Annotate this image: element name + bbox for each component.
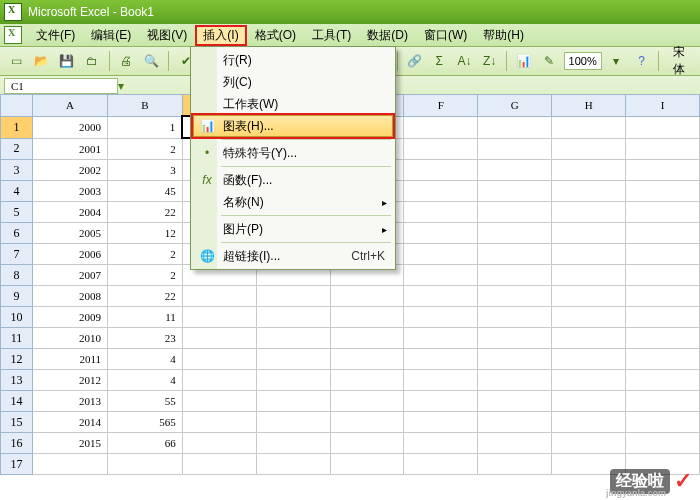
cell[interactable] [330,433,404,454]
cell[interactable] [478,412,552,433]
permission-button[interactable]: 🗀 [81,49,104,73]
cell[interactable] [404,370,478,391]
cell[interactable] [626,349,700,370]
cell[interactable] [552,116,626,138]
cell[interactable] [478,454,552,475]
cell[interactable] [404,181,478,202]
cell[interactable] [626,116,700,138]
menu-item-row[interactable]: 行(R) [193,49,393,71]
cell[interactable] [404,286,478,307]
menu-file[interactable]: 文件(F) [28,25,83,46]
cell[interactable] [552,286,626,307]
cell[interactable]: 2 [108,138,183,160]
cell[interactable] [404,138,478,160]
row-header[interactable]: 4 [1,181,33,202]
drawing-button[interactable]: ✎ [537,49,560,73]
menu-item-column[interactable]: 列(C) [193,71,393,93]
cell[interactable] [626,138,700,160]
cell[interactable]: 1 [108,116,183,138]
cell[interactable] [626,328,700,349]
menu-item-hyperlink[interactable]: 🌐 超链接(I)... Ctrl+K [193,245,393,267]
save-button[interactable]: 💾 [55,49,78,73]
cell[interactable] [330,286,404,307]
row-header[interactable]: 15 [1,412,33,433]
menu-item-worksheet[interactable]: 工作表(W) [193,93,393,115]
cell[interactable] [330,391,404,412]
cell[interactable]: 2004 [32,202,107,223]
column-header-F[interactable]: F [404,95,478,117]
cell[interactable]: 2010 [32,328,107,349]
cell[interactable] [626,265,700,286]
row-header[interactable]: 14 [1,391,33,412]
cell[interactable] [256,391,330,412]
cell[interactable] [478,286,552,307]
menu-window[interactable]: 窗口(W) [416,25,475,46]
menu-view[interactable]: 视图(V) [139,25,195,46]
help-button[interactable]: ? [630,49,653,73]
cell[interactable] [330,328,404,349]
cell[interactable] [404,202,478,223]
cell[interactable] [626,370,700,391]
cell[interactable] [404,265,478,286]
column-header-A[interactable]: A [32,95,107,117]
cell[interactable] [256,433,330,454]
cell[interactable] [404,307,478,328]
cell[interactable] [626,202,700,223]
cell[interactable] [552,160,626,181]
menu-item-picture[interactable]: 图片(P) ▸ [193,218,393,240]
cell[interactable]: 23 [108,328,183,349]
sort-desc-button[interactable]: Z↓ [478,49,501,73]
cell[interactable] [552,433,626,454]
cell[interactable]: 565 [108,412,183,433]
cell[interactable] [404,328,478,349]
hyperlink-button[interactable]: 🔗 [402,49,425,73]
column-header-H[interactable]: H [552,95,626,117]
cell[interactable] [552,391,626,412]
cell[interactable] [626,181,700,202]
cell[interactable] [404,391,478,412]
chart-wizard-button[interactable]: 📊 [512,49,535,73]
cell[interactable] [478,391,552,412]
cell[interactable] [626,160,700,181]
cell[interactable] [478,328,552,349]
cell[interactable] [552,412,626,433]
cell[interactable]: 2012 [32,370,107,391]
cell[interactable]: 2005 [32,223,107,244]
cell[interactable]: 2015 [32,433,107,454]
cell[interactable] [32,454,107,475]
namebox-dropdown-icon[interactable]: ▾ [118,79,124,93]
cell[interactable]: 2013 [32,391,107,412]
cell[interactable] [256,454,330,475]
cell[interactable] [108,454,183,475]
cell[interactable]: 2003 [32,181,107,202]
cell[interactable]: 2007 [32,265,107,286]
name-box[interactable]: C1 [4,78,118,94]
autosum-button[interactable]: Σ [428,49,451,73]
row-header[interactable]: 10 [1,307,33,328]
cell[interactable]: 2 [108,265,183,286]
cell[interactable] [182,433,256,454]
menu-tools[interactable]: 工具(T) [304,25,359,46]
cell[interactable]: 12 [108,223,183,244]
cell[interactable] [330,412,404,433]
cell[interactable] [256,307,330,328]
cell[interactable] [182,391,256,412]
select-all-corner[interactable] [1,95,33,117]
cell[interactable] [626,307,700,328]
menu-format[interactable]: 格式(O) [247,25,304,46]
cell[interactable]: 2014 [32,412,107,433]
cell[interactable] [256,328,330,349]
cell[interactable] [404,160,478,181]
cell[interactable] [404,223,478,244]
cell[interactable]: 2011 [32,349,107,370]
zoom-dropdown[interactable]: ▾ [605,49,628,73]
zoom-level[interactable]: 100% [564,52,602,70]
menu-help[interactable]: 帮助(H) [475,25,532,46]
print-preview-button[interactable]: 🔍 [140,49,163,73]
row-header[interactable]: 9 [1,286,33,307]
cell[interactable] [182,307,256,328]
cell[interactable] [330,307,404,328]
cell[interactable]: 2009 [32,307,107,328]
menu-data[interactable]: 数据(D) [359,25,416,46]
cell[interactable] [478,138,552,160]
